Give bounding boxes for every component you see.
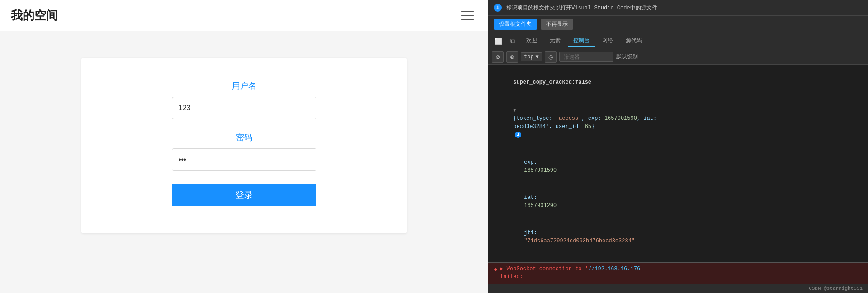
- password-label: 密码: [236, 132, 252, 143]
- elements-icon-btn[interactable]: ⧉: [506, 35, 519, 47]
- devtools-panel: i 标识项目的根文件夹以打开Visual Studio Code中的源文件 设置…: [488, 0, 868, 293]
- hamburger-button[interactable]: [458, 5, 477, 25]
- error-bar: ● ▶ WebSocket connection to '//192.168.1…: [488, 262, 868, 284]
- error-link[interactable]: //192.168.16.176: [588, 266, 640, 272]
- token-obj-header[interactable]: ▼ {token_type: 'access', exp: 1657901590…: [488, 96, 868, 149]
- console-output: super_copy_cracked:false ▼ {token_type: …: [488, 65, 868, 262]
- exp-value: 1657901590: [524, 167, 557, 174]
- set-root-button[interactable]: 设置根文件夹: [494, 19, 537, 30]
- top-selector[interactable]: top ▼: [521, 52, 542, 61]
- username-input[interactable]: [172, 97, 316, 119]
- info-bar-text: 标识项目的根文件夹以打开Visual Studio Code中的源文件: [506, 4, 657, 12]
- devtools-info-bar: i 标识项目的根文件夹以打开Visual Studio Code中的源文件: [488, 0, 868, 16]
- username-field-group: 用户名: [108, 80, 380, 119]
- tab-console[interactable]: 控制台: [568, 35, 595, 47]
- tab-sources[interactable]: 源代码: [620, 35, 647, 47]
- tab-welcome[interactable]: 欢迎: [521, 35, 542, 47]
- clear-console-btn[interactable]: ⊘: [492, 51, 504, 63]
- left-panel: 我的空间 用户名 密码 登录: [0, 0, 488, 293]
- token-type-line: token_type: "access": [488, 255, 868, 262]
- eye-icon-btn[interactable]: ◎: [545, 51, 557, 63]
- exp-line: exp: 1657901590: [488, 149, 868, 184]
- super-copy-line: super_copy_cracked:false: [488, 68, 868, 96]
- tab-network[interactable]: 网络: [597, 35, 618, 47]
- cursor-icon-btn[interactable]: ⬜: [492, 35, 505, 47]
- error-failed-text: failed:: [500, 274, 523, 280]
- jti-value: "71dc6aa729924cd093b476becd3e3284": [524, 238, 635, 244]
- info-icon: i: [494, 4, 502, 12]
- token-obj-preview: {token_type: 'access', exp: 1657901590, …: [513, 115, 660, 122]
- hamburger-line-3: [461, 19, 474, 20]
- error-play-icon: ▶: [500, 266, 503, 272]
- default-level-label: 默认级别: [616, 53, 638, 61]
- devtools-tabs: ⬜ ⧉ 欢迎 元素 控制台 网络 源代码: [488, 33, 868, 49]
- bottom-attribution: CSDN @starnight531: [488, 284, 868, 293]
- devtools-actions: 设置根文件夹 不再显示: [488, 16, 868, 33]
- info-circle-icon: i: [515, 132, 521, 138]
- no-show-button[interactable]: 不再显示: [541, 19, 573, 30]
- devtools-toolbar: ⊘ ⊗ top ▼ ◎ 默认级别: [488, 49, 868, 65]
- password-input[interactable]: [172, 148, 316, 171]
- app-title: 我的空间: [11, 8, 58, 24]
- jti-line: jti: "71dc6aa729924cd093b476becd3e3284": [488, 219, 868, 255]
- iat-value: 1657901290: [524, 203, 557, 209]
- block-icon-btn[interactable]: ⊗: [506, 51, 518, 63]
- login-card: 用户名 密码 登录: [81, 58, 407, 233]
- token-obj-preview2: becd3e3284', user_id: 65}: [513, 123, 598, 130]
- top-selector-arrow: ▼: [536, 54, 539, 60]
- form-area: 用户名 密码 登录: [0, 31, 488, 293]
- login-button[interactable]: 登录: [172, 184, 316, 206]
- error-text: ▶ WebSocket connection to '//192.168.16.…: [500, 265, 640, 281]
- iat-line: iat: 1657901290: [488, 184, 868, 219]
- username-label: 用户名: [232, 80, 256, 91]
- super-copy-text: super_copy_cracked:false: [513, 79, 591, 85]
- error-icon: ●: [494, 266, 497, 273]
- filter-input[interactable]: [559, 52, 613, 62]
- tab-elements[interactable]: 元素: [544, 35, 566, 47]
- hamburger-line-2: [461, 15, 474, 16]
- top-bar: 我的空间: [0, 0, 488, 31]
- expand-arrow: ▼: [513, 108, 516, 113]
- attribution-text: CSDN @starnight531: [809, 286, 863, 291]
- hamburger-line-1: [461, 11, 474, 12]
- password-field-group: 密码: [108, 132, 380, 171]
- top-selector-label: top: [524, 54, 534, 60]
